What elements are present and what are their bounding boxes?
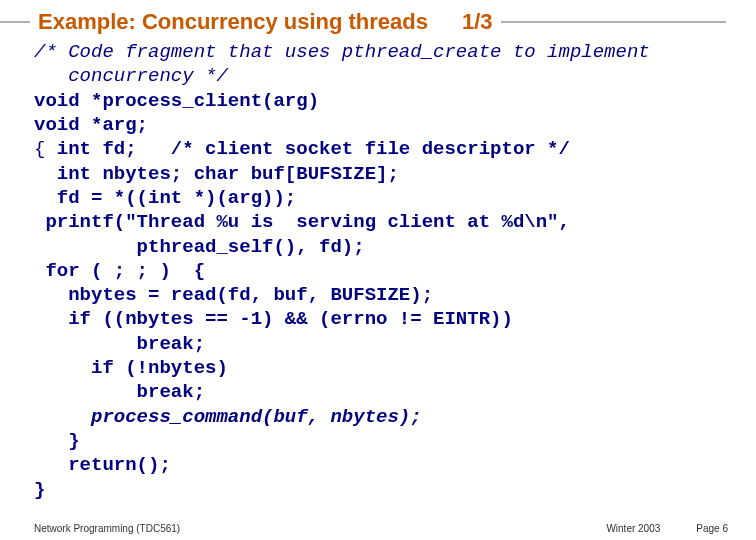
slide-title: Example: Concurrency using threads: [34, 9, 432, 35]
footer-term: Winter 2003: [606, 523, 660, 534]
code-line: nbytes = read(fd, buf, BUFSIZE);: [34, 284, 433, 306]
divider-right: [501, 21, 726, 23]
footer: Network Programming (TDC561) Winter 2003…: [0, 523, 756, 534]
code-line: break;: [34, 333, 205, 355]
code-line: }: [34, 479, 45, 501]
code-line: }: [34, 430, 80, 452]
footer-page: Page 6: [696, 523, 728, 534]
code-line: for ( ; ; ) {: [34, 260, 205, 282]
code-line: pthread_self(), fd);: [34, 236, 365, 258]
code-line: return();: [34, 454, 171, 476]
divider-left: [0, 21, 30, 23]
code-line: { int fd; /* client socket file descript…: [34, 138, 570, 160]
slide-page-indicator: 1/3: [432, 9, 493, 35]
code-line: process_command(buf, nbytes);: [34, 406, 422, 428]
code-line: int nbytes; char buf[BUFSIZE];: [34, 163, 399, 185]
code-line: printf("Thread %u is serving client at %…: [34, 211, 570, 233]
code-line: /* Code fragment that uses pthread_creat…: [34, 41, 650, 63]
footer-left: Network Programming (TDC561): [34, 523, 180, 534]
code-line: concurrency */: [34, 65, 228, 87]
code-line: fd = *((int *)(arg));: [34, 187, 296, 209]
code-line: void *process_client(arg): [34, 90, 319, 112]
footer-right-group: Winter 2003 Page 6: [606, 523, 728, 534]
code-line: if (!nbytes): [34, 357, 228, 379]
code-line: if ((nbytes == -1) && (errno != EINTR)): [34, 308, 513, 330]
code-line: void *arg;: [34, 114, 148, 136]
code-block: /* Code fragment that uses pthread_creat…: [0, 36, 756, 502]
slide: Example: Concurrency using threads 1/3 /…: [0, 0, 756, 540]
title-row: Example: Concurrency using threads 1/3: [0, 8, 756, 36]
code-line: break;: [34, 381, 205, 403]
